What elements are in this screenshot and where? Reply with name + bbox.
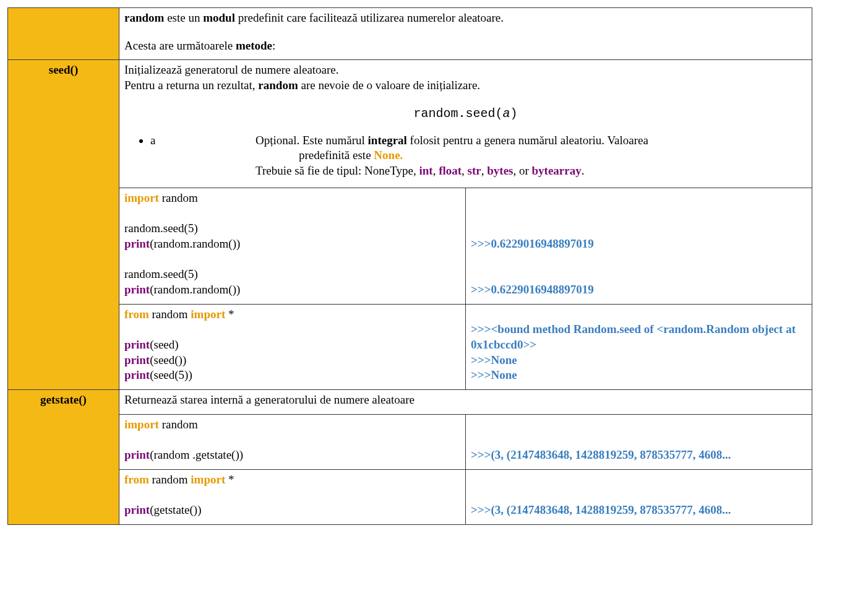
intro-row: random este un modul predefinit care fac… bbox=[8, 8, 812, 60]
getstate-ex1-code: import random print(random .getstate()) bbox=[119, 414, 466, 469]
intro-random: random bbox=[124, 11, 164, 24]
intro-line2: Acesta are următoarele metode: bbox=[124, 38, 807, 54]
seed-ex2-row: from random import * print(seed) print(s… bbox=[8, 304, 812, 389]
getstate-ex2-row: from random import * print(getstate()) >… bbox=[8, 469, 812, 524]
param-name: a bbox=[150, 133, 256, 179]
getstate-ex1-output: >>>(3, (2147483648, 1428819259, 87853577… bbox=[466, 414, 812, 469]
getstate-desc-cell: Returnează starea internă a generatorulu… bbox=[119, 390, 812, 415]
seed-desc1: Inițializează generatorul de numere alea… bbox=[124, 63, 807, 78]
getstate-side: getstate() bbox=[8, 390, 119, 525]
seed-ex2-output: >>><bound method Random.seed of <random.… bbox=[466, 304, 812, 389]
intro-modul: modul bbox=[203, 11, 235, 24]
param-types: Trebuie să fie de tipul: NoneType, int, … bbox=[256, 163, 807, 179]
intro-cell: random este un modul predefinit care fac… bbox=[119, 8, 812, 60]
intro-line1: random este un modul predefinit care fac… bbox=[124, 11, 807, 26]
getstate-ex2-code: from random import * print(getstate()) bbox=[119, 469, 466, 524]
seed-desc2: Pentru a returna un rezultat, random are… bbox=[124, 78, 807, 93]
seed-ex1-code: import random random.seed(5) print(rando… bbox=[119, 188, 466, 304]
getstate-ex2-output: >>>(3, (2147483648, 1428819259, 87853577… bbox=[466, 469, 812, 524]
seed-label: seed() bbox=[49, 63, 78, 76]
seed-desc-row: seed() Inițializează generatorul de nume… bbox=[8, 60, 812, 188]
getstate-desc: Returnează starea internă a generatorulu… bbox=[124, 393, 415, 406]
getstate-ex1-row: import random print(random .getstate()) … bbox=[8, 414, 812, 469]
seed-ex2-code: from random import * print(seed) print(s… bbox=[119, 304, 466, 389]
seed-ex1-row: import random random.seed(5) print(rando… bbox=[8, 188, 812, 304]
seed-side: seed() bbox=[8, 60, 119, 390]
param-a: a Opțional. Este numărul integral folosi… bbox=[150, 133, 807, 179]
seed-ex1-output: >>>0.6229016948897019 >>>0.6229016948897… bbox=[466, 188, 812, 304]
seed-params: a Opțional. Este numărul integral folosi… bbox=[150, 133, 807, 179]
param-desc: Opțional. Este numărul integral folosit … bbox=[256, 133, 807, 179]
getstate-desc-row: getstate() Returnează starea internă a g… bbox=[8, 390, 812, 415]
seed-desc-cell: Inițializează generatorul de numere alea… bbox=[119, 60, 812, 188]
intro-side bbox=[8, 8, 119, 60]
getstate-label: getstate() bbox=[40, 393, 87, 406]
seed-signature: random.seed(a) bbox=[124, 106, 807, 122]
reference-table: random este un modul predefinit care fac… bbox=[7, 7, 812, 525]
